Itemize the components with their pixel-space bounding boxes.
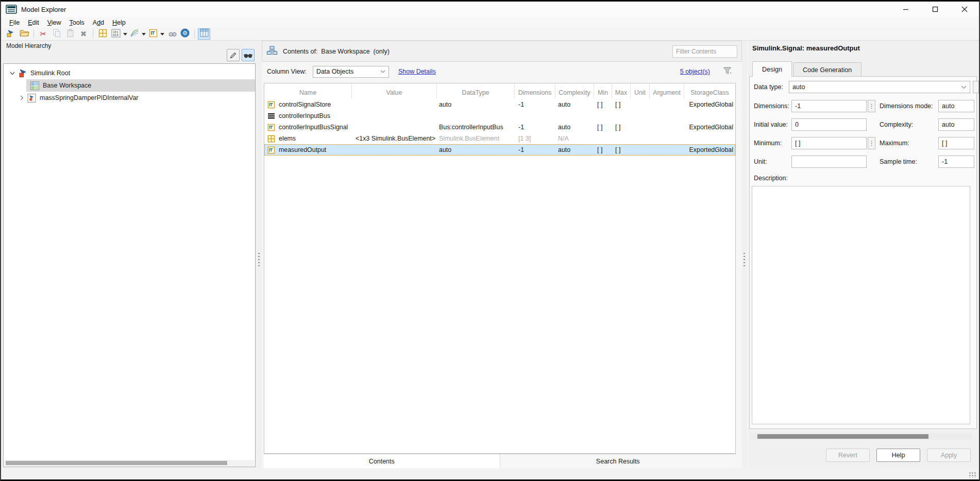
- cell-dimensions: [1 3]: [515, 133, 555, 144]
- filter-funnel-button[interactable]: [723, 66, 733, 75]
- four-pane-button[interactable]: [96, 28, 109, 40]
- tab-contents[interactable]: Contents: [264, 454, 500, 468]
- maximize-button[interactable]: [920, 2, 950, 17]
- delete-button[interactable]: ✖: [77, 28, 90, 40]
- lookup-table-button[interactable]: [128, 28, 141, 40]
- dimensions-mode-input[interactable]: [938, 100, 974, 112]
- menu-item-add[interactable]: Add: [89, 18, 108, 27]
- menu-item-view[interactable]: View: [43, 18, 65, 27]
- open-folder-button[interactable]: [18, 28, 30, 40]
- column-header-dimensions[interactable]: Dimensions: [515, 83, 555, 99]
- column-header-complexity[interactable]: Complexity: [555, 83, 594, 99]
- simulink-root-icon: [17, 68, 27, 78]
- table-row-controllerInputBusSignal[interactable]: controllerInputBusSignalBus:controllerIn…: [264, 122, 735, 133]
- cell-unit: [631, 99, 650, 110]
- title-bar: Model Explorer: [1, 2, 979, 17]
- column-header-storageclass[interactable]: StorageClass: [684, 83, 735, 99]
- column-view-dropdown[interactable]: Data Objects: [313, 66, 389, 78]
- add-signal-button[interactable]: [147, 28, 159, 40]
- scrollbar-thumb[interactable]: [6, 461, 227, 465]
- toolbar-separator: [194, 29, 195, 39]
- expander-chevron-down-icon[interactable]: [8, 72, 17, 75]
- scrollbar-thumb[interactable]: [757, 434, 928, 439]
- column-view-button[interactable]: [198, 28, 210, 40]
- help-button[interactable]: Help: [876, 449, 920, 462]
- splitter-left[interactable]: [257, 41, 262, 468]
- hierarchy-horizontal-scrollbar[interactable]: [4, 460, 255, 466]
- data-type-dropdown[interactable]: auto: [789, 81, 970, 93]
- menu-item-file[interactable]: File: [5, 18, 24, 27]
- add-data-object-button[interactable]: 101010: [110, 28, 122, 40]
- cell-min: [ ]: [594, 144, 612, 156]
- cell-argument: [650, 133, 684, 144]
- dropdown-caret-icon[interactable]: [123, 28, 128, 40]
- complexity-input[interactable]: [938, 118, 974, 131]
- minimum-input[interactable]: [791, 137, 867, 149]
- column-header-argument[interactable]: Argument: [650, 83, 684, 99]
- dropdown-caret-icon[interactable]: [160, 28, 165, 40]
- browse-mode-button[interactable]: [242, 49, 255, 61]
- edit-mode-button[interactable]: [227, 49, 240, 61]
- minimize-button[interactable]: [891, 2, 920, 17]
- column-header-min[interactable]: Min: [594, 83, 612, 99]
- sample-time-input[interactable]: [938, 156, 974, 168]
- description-textarea[interactable]: [752, 186, 970, 424]
- close-button[interactable]: [950, 2, 979, 17]
- signal-icon: [264, 99, 278, 110]
- base-workspace-icon: [29, 81, 40, 90]
- filter-contents-input[interactable]: [672, 45, 737, 58]
- tab-design[interactable]: Design: [752, 61, 792, 77]
- tree-node-simulink-root[interactable]: Simulink Root: [4, 67, 255, 79]
- table-row-controlSignalStore[interactable]: controlSignalStoreauto-1auto[ ][ ]Export…: [264, 99, 735, 110]
- dimensions-input[interactable]: [791, 100, 867, 112]
- cell-name: controlSignalStore: [278, 99, 352, 110]
- engine-gear-button[interactable]: ⚙: [179, 28, 191, 40]
- tree-node-model[interactable]: massSpringDamperPIDInternalVar: [4, 92, 255, 104]
- table-row-controllerInputBus[interactable]: controllerInputBus: [264, 110, 735, 122]
- initial-value-input[interactable]: [791, 118, 867, 131]
- cell-dimensions: -1: [515, 144, 555, 156]
- unit-input[interactable]: [791, 156, 867, 168]
- table-header-row: NameValueDataTypeDimensionsComplexityMin…: [264, 83, 735, 99]
- maximum-label: Maximum:: [880, 140, 909, 147]
- cell-value: [352, 99, 437, 110]
- object-count-link[interactable]: 5 object(s): [680, 68, 710, 75]
- splitter-right[interactable]: [742, 41, 747, 468]
- maximum-input[interactable]: [938, 137, 974, 149]
- column-header-name[interactable]: Name: [264, 83, 352, 99]
- open-model-button[interactable]: [5, 28, 17, 40]
- data-type-assistant-button[interactable]: [973, 81, 979, 93]
- paste-button[interactable]: [64, 28, 76, 40]
- contents-target: Base Workspace: [321, 48, 369, 55]
- dimensions-stepper[interactable]: ⋮: [868, 100, 875, 112]
- menu-item-tools[interactable]: Tools: [65, 18, 89, 27]
- menu-item-help[interactable]: Help: [108, 18, 130, 27]
- table-row-measuredOutput[interactable]: measuredOutputauto-1auto[ ][ ]ExportedGl…: [264, 144, 735, 156]
- gears-icon: ⚙⚙: [168, 29, 175, 39]
- tab-code-generation[interactable]: Code Generation: [793, 62, 861, 77]
- cell-datatype: Simulink.BusElement: [437, 133, 515, 144]
- chevron-down-icon: [961, 85, 967, 89]
- tab-search-results[interactable]: Search Results: [500, 454, 736, 468]
- column-header-datatype[interactable]: DataType: [437, 83, 515, 99]
- column-header-value[interactable]: Value: [352, 83, 437, 99]
- model-explorer-app-icon: [6, 5, 17, 14]
- show-details-link[interactable]: Show Details: [398, 68, 436, 75]
- cut-button[interactable]: ✂: [37, 28, 49, 40]
- expander-chevron-right-icon[interactable]: [17, 95, 26, 100]
- resize-grip[interactable]: [969, 472, 976, 478]
- dropdown-caret-icon[interactable]: [141, 28, 146, 40]
- column-header-max[interactable]: Max: [612, 83, 631, 99]
- minimum-stepper[interactable]: ⋮: [868, 137, 875, 149]
- apply-button[interactable]: Apply: [927, 449, 971, 462]
- copy-button[interactable]: [50, 28, 63, 40]
- menu-item-edit[interactable]: Edit: [24, 18, 43, 27]
- revert-button[interactable]: Revert: [826, 449, 870, 462]
- dialog-horizontal-scrollbar[interactable]: [750, 433, 972, 440]
- table-row-elems[interactable]: elems<1x3 Simulink.BusElement>Simulink.B…: [264, 133, 735, 144]
- contents-header-bar: Contents of: Base Workspace (only): [262, 41, 742, 62]
- gears-button[interactable]: ⚙⚙: [165, 28, 178, 40]
- cell-datatype: Bus:controllerInputBus: [437, 122, 515, 133]
- column-header-unit[interactable]: Unit: [631, 83, 650, 99]
- tree-node-base-workspace[interactable]: Base Workspace: [4, 79, 255, 92]
